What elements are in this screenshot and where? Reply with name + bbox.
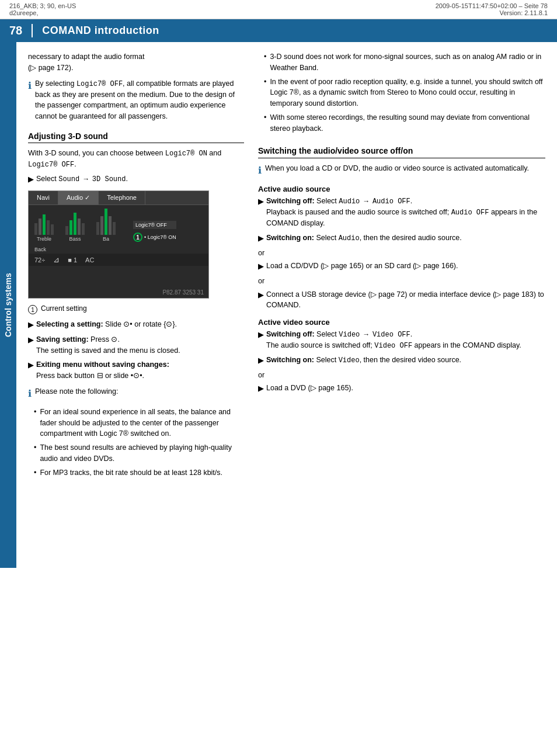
bullet-item-3: • For MP3 tracks, the bit rate should be… [28, 467, 244, 478]
sc-icon-1: ⊿ [53, 255, 60, 264]
please-note-box: ℹ Please note the following: [28, 386, 244, 401]
arrow-icon-a3: ▶ [258, 261, 264, 272]
audio-switch-off-text: Switching off: Select Audio → Audio OFF.… [266, 196, 545, 229]
selecting-text: Selecting a setting: Slide ⊙• or rotate … [36, 319, 177, 331]
sc-num-3: AC [85, 256, 94, 263]
section-heading-text: Adjusting 3-D sound [28, 131, 108, 141]
right-bullet-2: • In the event of poor radio reception q… [258, 77, 545, 109]
av-info-text: When you load a CD or DVD, the audio or … [265, 163, 529, 178]
info-icon: ℹ [28, 79, 32, 122]
arrow-icon-v3: ▶ [258, 383, 264, 394]
right-bullet-dot-2: • [264, 77, 266, 109]
arrow-icon-4: ▶ [28, 359, 34, 382]
info-box-logic7: ℹ By selecting Logic7® OFF, all compatib… [28, 78, 244, 122]
sc-photo-num: P82.87 3253 31 [162, 289, 204, 296]
load-cd-item: ▶ Load a CD/DVD (▷ page 165) or an SD ca… [258, 261, 545, 272]
video-switch-off-item: ▶ Switching off: Select Video → Video OF… [258, 329, 545, 351]
right-bullet-dot-1: • [264, 51, 266, 74]
info-icon-2: ℹ [28, 387, 32, 401]
video-switch-on-item: ▶ Switching on: Select Video, then the d… [258, 355, 545, 366]
meta-right: 2009-05-15T11:47:50+02:00 – Seite 78Vers… [436, 2, 548, 16]
sc-label-treble: Treble [37, 236, 51, 242]
load-dvd-item: ▶ Load a DVD (▷ page 165). [258, 383, 545, 394]
setting-circle: 1 [28, 305, 37, 314]
connect-usb-item: ▶ Connect a USB storage device (▷ page 7… [258, 289, 545, 311]
saving-text: Saving setting: Press ⊙.The setting is s… [36, 334, 180, 356]
info-box-text: By selecting Logic7® OFF, all compatible… [35, 78, 244, 122]
or-2: or [258, 276, 545, 287]
av-info-box: ℹ When you load a CD or DVD, the audio o… [258, 163, 545, 178]
sc-num-2: ■ 1 [68, 256, 77, 263]
current-setting-label: Current setting [41, 304, 87, 313]
two-col-layout: necessary to adapt the audio format(▷ pa… [16, 42, 557, 568]
intro-p1: necessary to adapt the audio format(▷ pa… [28, 51, 244, 74]
sc-num-1: 72÷ [34, 256, 45, 263]
sc-nav-navi: Navi [29, 191, 58, 204]
video-switch-on-text: Switching on: Select Video, then the des… [266, 355, 461, 366]
av-info-icon: ℹ [258, 164, 262, 178]
load-cd-text: Load a CD/DVD (▷ page 165) or an SD card… [266, 261, 458, 272]
section-heading-av-text: Switching the audio/video source off/on [258, 146, 413, 155]
sc-nav-audio: Audio ✓ [58, 191, 99, 204]
arrow-icon-a4: ▶ [258, 289, 264, 311]
chapter-number: 78 [9, 24, 33, 37]
right-bullet-text-1: 3-D sound does not work for mono-signal … [270, 51, 545, 74]
right-bullet-3: • With some stereo recordings, the resul… [258, 112, 545, 134]
arrow-icon-v2: ▶ [258, 355, 264, 366]
sc-nav: Navi Audio ✓ Telephone [29, 191, 208, 205]
please-note-text: Please note the following: [35, 386, 118, 401]
right-bullet-text-2: In the event of poor radio reception qua… [270, 77, 545, 109]
arrow-icon-3: ▶ [28, 334, 34, 356]
sc-label-back: Back [34, 247, 46, 252]
active-audio-heading: Active audio source [258, 185, 545, 193]
audio-switch-on-item: ▶ Switching on: Select Audio, then the d… [258, 233, 545, 244]
or-3: or [258, 370, 545, 381]
bullet-dot-3: • [34, 467, 36, 478]
right-bullet-dot-3: • [264, 112, 266, 134]
or-1: or [258, 248, 545, 259]
arrow-icon: ▶ [28, 174, 34, 185]
exiting-text: Exiting menu without saving changes:Pres… [36, 359, 169, 382]
bullet-text-2: The best sound results are achieved by p… [40, 442, 244, 464]
select-arrow-item: ▶ Select Sound → 3D Sound. [28, 174, 244, 185]
right-column: • 3-D sound does not work for mono-signa… [258, 51, 545, 559]
chapter-title: COMAND introduction [42, 25, 159, 37]
bullet-dot-1: • [34, 407, 36, 439]
arrow-icon-a2: ▶ [258, 233, 264, 244]
meta-bar: 216_AKB; 3; 90, en-USd2ureepe, 2009-05-1… [0, 0, 557, 19]
arrow-icon-a1: ▶ [258, 196, 264, 229]
right-bullet-text-3: With some stereo recordings, the resulti… [270, 112, 545, 134]
section-heading-av: Switching the audio/video source off/on [258, 145, 545, 158]
bullet-dot-2: • [34, 442, 36, 464]
bullet-item-1: • For an ideal sound experience in all s… [28, 407, 244, 439]
connect-usb-text: Connect a USB storage device (▷ page 72)… [266, 289, 545, 311]
sc-label-ba: Ba [103, 236, 109, 242]
load-dvd-text: Load a DVD (▷ page 165). [266, 383, 353, 394]
sc-bottom-row: 72÷ ⊿ ■ 1 AC [29, 254, 208, 266]
arrow-icon-v1: ▶ [258, 329, 264, 351]
bullet-text-1: For an ideal sound experience in all sea… [40, 407, 244, 439]
sc-circle-1: 1 [136, 234, 140, 241]
audio-switch-on-text: Switching on: Select Audio, then the des… [266, 233, 462, 244]
section-heading-3d: Adjusting 3-D sound [28, 131, 244, 143]
sc-logic-off: Logic7® OFF [133, 221, 176, 229]
video-switch-off-text: Switching off: Select Video → Video OFF.… [266, 329, 521, 351]
body-p1: With 3-D sound, you can choose between L… [28, 148, 244, 170]
left-column: necessary to adapt the audio format(▷ pa… [28, 51, 244, 559]
sc-nav-telephone: Telephone [99, 191, 145, 204]
sc-logic-on: • Logic7® ON [144, 234, 176, 240]
saving-setting-item: ▶ Saving setting: Press ⊙.The setting is… [28, 334, 244, 356]
meta-left: 216_AKB; 3; 90, en-USd2ureepe, [9, 2, 76, 16]
bullet-item-2: • The best sound results are achieved by… [28, 442, 244, 464]
selecting-setting-item: ▶ Selecting a setting: Slide ⊙• or rotat… [28, 319, 244, 331]
right-bullet-1: • 3-D sound does not work for mono-signa… [258, 51, 545, 74]
bullet-text-3: For MP3 tracks, the bit rate should be a… [40, 467, 222, 478]
sc-label-bass: Bass [69, 236, 81, 242]
audio-switch-off-item: ▶ Switching off: Select Audio → Audio OF… [258, 196, 545, 229]
active-video-heading: Active video source [258, 318, 545, 327]
arrow-icon-2: ▶ [28, 319, 34, 331]
exiting-menu-item: ▶ Exiting menu without saving changes:Pr… [28, 359, 244, 382]
sidebar-label: Control systems [0, 42, 16, 568]
select-text: Select Sound → 3D Sound. [36, 174, 128, 185]
chapter-header: 78 COMAND introduction [0, 19, 557, 42]
